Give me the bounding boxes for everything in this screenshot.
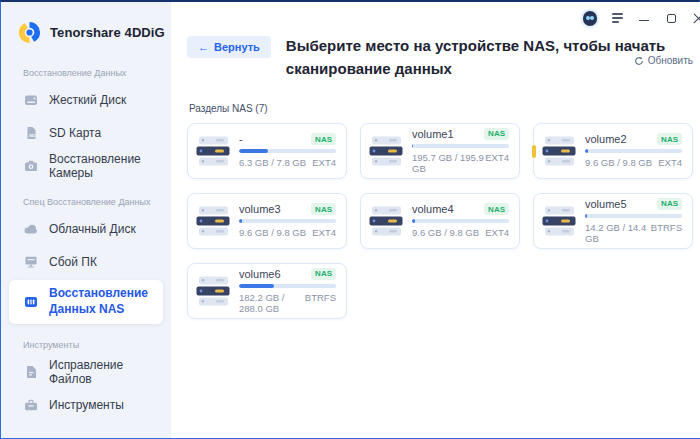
partition-info: volume3NAS 9.6 GB / 9.8 GBEXT4	[239, 203, 336, 238]
page-title: Выберите место на устройстве NAS, чтобы …	[286, 34, 686, 81]
sidebar-item-file-repair[interactable]: Исправление Файлов	[9, 357, 163, 387]
nas-badge: NAS	[311, 133, 336, 145]
nas-partition-card[interactable]: -NAS 6.3 GB / 7.8 GBEXT4	[187, 123, 347, 179]
partition-info: volume1NAS 195.7 GB / 195.9 GBEXT4	[412, 128, 509, 174]
nas-device-icon	[369, 136, 403, 166]
refresh-button[interactable]: Обновить	[634, 55, 693, 66]
sidebar-item-sd-card[interactable]: SD SD Карта	[9, 118, 163, 148]
app-window: Tenorshare 4DDiG Восстановление Данных Ж…	[0, 0, 700, 439]
nas-icon	[23, 294, 39, 310]
sidebar-item-label: SD Карта	[49, 126, 101, 140]
partition-name: volume1	[412, 128, 454, 140]
toolbox-icon	[23, 397, 39, 413]
minimize-button[interactable]	[637, 11, 651, 25]
close-icon	[693, 13, 700, 24]
pc-icon	[23, 254, 39, 270]
sidebar-item-pc-crash[interactable]: Сбой ПК	[9, 247, 163, 277]
sidebar-item-label: Восстановление Данных NAS	[49, 286, 163, 317]
usage-bar	[239, 219, 336, 223]
sidebar-item-label: Облачный Диск	[49, 222, 136, 236]
app-title: Tenorshare 4DDiG	[50, 25, 165, 40]
partition-size: 9.6 GB / 9.8 GB	[585, 157, 652, 168]
nas-device-icon	[542, 136, 576, 166]
partition-name: volume2	[585, 133, 627, 145]
partition-size: 182.2 GB / 288.0 GB	[239, 292, 305, 314]
nas-device-icon	[196, 276, 230, 306]
partition-filesystem: EXT4	[485, 152, 509, 174]
svg-text:SD: SD	[29, 133, 35, 138]
hard-disk-icon	[23, 92, 39, 108]
sidebar-item-toolbox[interactable]: Инструменты	[9, 390, 163, 420]
nas-partition-card[interactable]: volume1NAS 195.7 GB / 195.9 GBEXT4	[360, 123, 520, 179]
menu-button[interactable]	[610, 11, 624, 25]
usage-bar-fill	[412, 144, 413, 148]
partition-filesystem: BTRFS	[651, 222, 682, 244]
sidebar-item-label: Сбой ПК	[49, 255, 97, 269]
nas-badge: NAS	[311, 268, 336, 280]
nas-partition-card[interactable]: volume4NAS 9.6 GB / 9.8 GBEXT4	[360, 193, 520, 249]
nas-partition-card[interactable]: volume6NAS 182.2 GB / 288.0 GBBTRFS	[187, 263, 347, 319]
usage-bar-fill	[239, 219, 242, 223]
partition-size: 195.7 GB / 195.9 GB	[412, 152, 485, 174]
nas-badge: NAS	[657, 198, 682, 210]
header-row: ←Вернуть Выберите место на устройстве NA…	[187, 34, 693, 81]
usage-bar	[412, 144, 509, 148]
sidebar-item-label: Восстановление Камеры	[49, 152, 163, 180]
partition-name: volume5	[585, 198, 627, 210]
back-button[interactable]: ←Вернуть	[187, 36, 271, 58]
nas-device-icon	[196, 206, 230, 236]
sidebar-section-data-recovery: Восстановление Данных	[1, 55, 171, 85]
partition-info: volume5NAS 14.2 GB / 14.4 GBBTRFS	[585, 198, 682, 244]
partition-filesystem: BTRFS	[305, 292, 336, 314]
partition-size: 14.2 GB / 14.4 GB	[585, 222, 651, 244]
partition-filesystem: EXT4	[312, 227, 336, 238]
refresh-icon	[634, 56, 644, 66]
usage-bar	[412, 219, 509, 223]
close-button[interactable]	[691, 11, 700, 25]
partition-size: 9.6 GB / 9.8 GB	[239, 227, 306, 238]
cloud-icon	[23, 221, 39, 237]
file-repair-icon	[23, 364, 39, 380]
nas-partition-card[interactable]: volume5NAS 14.2 GB / 14.4 GBBTRFS	[533, 193, 693, 249]
brand-logo-icon	[17, 20, 42, 45]
nas-partitions-grid: -NAS 6.3 GB / 7.8 GBEXT4 volume1NAS 195.…	[187, 123, 693, 319]
usage-bar-fill	[239, 149, 268, 153]
nas-badge: NAS	[311, 203, 336, 215]
partition-filesystem: EXT4	[658, 157, 682, 168]
maximize-button[interactable]	[664, 11, 678, 25]
partition-info: -NAS 6.3 GB / 7.8 GBEXT4	[239, 133, 336, 168]
partition-info: volume2NAS 9.6 GB / 9.8 GBEXT4	[585, 133, 682, 168]
nas-badge: NAS	[484, 128, 509, 140]
maximize-icon	[667, 14, 676, 23]
usage-bar-fill	[585, 214, 587, 218]
back-arrow-icon: ←	[198, 41, 209, 53]
sidebar: Tenorshare 4DDiG Восстановление Данных Ж…	[1, 2, 171, 438]
back-button-label: Вернуть	[214, 41, 260, 53]
partition-info: volume4NAS 9.6 GB / 9.8 GBEXT4	[412, 203, 509, 238]
sidebar-item-camera-recovery[interactable]: Восстановление Камеры	[9, 151, 163, 181]
sidebar-section-special-recovery: Спец Восстановление Данных	[1, 184, 171, 214]
app-logo-row: Tenorshare 4DDiG	[1, 14, 171, 55]
refresh-label: Обновить	[648, 55, 693, 66]
nas-partition-card[interactable]: volume3NAS 9.6 GB / 9.8 GBEXT4	[187, 193, 347, 249]
nas-partition-card[interactable]: volume2NAS 9.6 GB / 9.8 GBEXT4	[533, 123, 693, 179]
partition-name: volume4	[412, 203, 454, 215]
sidebar-item-hard-disk[interactable]: Жесткий Диск	[9, 85, 163, 115]
partitions-count-label: Разделы NAS (7)	[189, 103, 693, 114]
sidebar-item-cloud-disk[interactable]: Облачный Диск	[9, 214, 163, 244]
usage-bar	[239, 284, 336, 288]
ai-assistant-button[interactable]	[583, 11, 597, 25]
sidebar-item-nas-data-recovery[interactable]: Восстановление Данных NAS	[9, 280, 163, 324]
ai-assistant-icon	[583, 11, 597, 26]
camera-icon	[23, 158, 39, 174]
content-area: ←Вернуть Выберите место на устройстве NA…	[171, 28, 700, 319]
nas-badge: NAS	[484, 203, 509, 215]
titlebar	[171, 2, 700, 28]
menu-icon	[612, 13, 623, 23]
nas-device-icon	[196, 136, 230, 166]
nas-badge: NAS	[657, 133, 682, 145]
usage-bar-fill	[585, 149, 588, 153]
partition-name: volume3	[239, 203, 281, 215]
main-panel: ←Вернуть Выберите место на устройстве NA…	[171, 2, 700, 438]
nas-device-icon	[542, 206, 576, 236]
